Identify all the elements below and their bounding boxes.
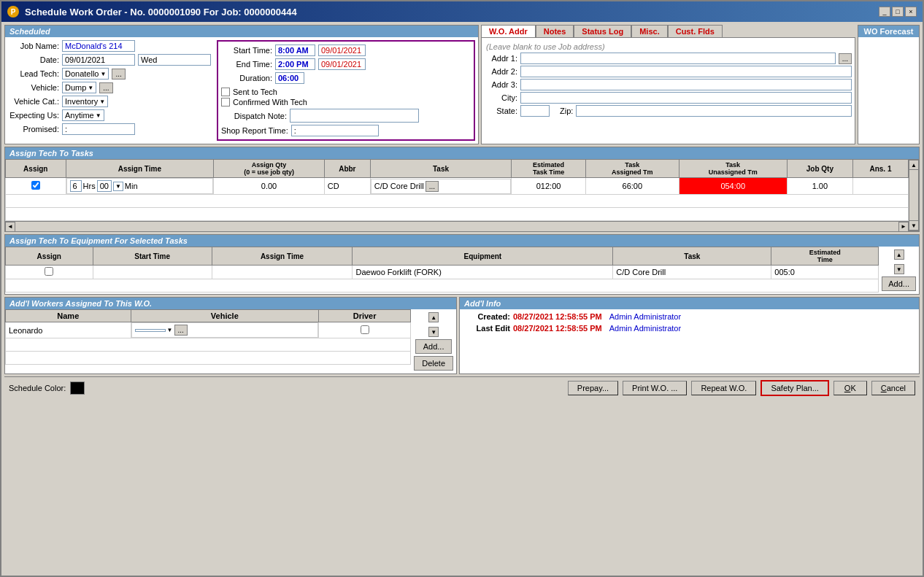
worker-driver-cell[interactable] <box>319 322 411 338</box>
scheduled-inner: Job Name: McDonald's 214 Date: 09/01/202… <box>5 37 478 144</box>
shop-report-row: Shop Report Time: : <box>221 125 471 136</box>
tasks-vscroll-up[interactable]: ▲ <box>909 160 919 170</box>
maximize-button[interactable]: □ <box>892 7 904 17</box>
equip-vscroll-up-arrow[interactable]: ▲ <box>894 249 904 260</box>
equip-assign-checkbox[interactable] <box>45 267 53 276</box>
task-assign-checkbox[interactable] <box>31 181 40 190</box>
tab-misc[interactable]: Misc. <box>631 25 668 37</box>
tasks-hscroll-left[interactable]: ◄ <box>5 222 15 232</box>
city-input[interactable] <box>520 92 852 104</box>
task-name: C/D Core Drill <box>374 182 424 190</box>
addr1-input[interactable] <box>520 53 836 64</box>
tasks-hscroll-right[interactable]: ► <box>898 222 909 232</box>
shop-report-label: Shop Report Time: <box>221 126 288 135</box>
addr1-ellipsis[interactable]: ... <box>839 53 852 64</box>
addr-placeholder: (Leave blank to use Job address) <box>485 41 852 53</box>
task-job-qty-cell: 1.00 <box>787 178 852 195</box>
workers-delete-button[interactable]: Delete <box>414 356 453 371</box>
task-ellipsis[interactable]: ... <box>426 181 439 192</box>
prepay-button[interactable]: Prepay... <box>568 381 618 395</box>
state-label: State: <box>485 107 517 115</box>
wo-forecast-header: WO Forecast <box>858 26 919 37</box>
expecting-label: Expecting Us: <box>8 111 59 120</box>
workers-add-button[interactable]: Add... <box>415 339 453 354</box>
last-edit-label: Last Edit <box>463 324 510 333</box>
equip-vscroll-up[interactable]: ▲ <box>894 249 904 260</box>
minimize-button[interactable]: _ <box>879 7 890 17</box>
promised-value[interactable]: : <box>62 123 135 135</box>
addr2-label: Addr 2: <box>485 67 517 76</box>
worker-vehicle-ellipsis[interactable]: ... <box>174 325 188 336</box>
start-time-value[interactable]: 8:00 AM <box>275 44 315 56</box>
shop-report-value[interactable]: : <box>291 125 379 136</box>
workers-vscroll-down[interactable]: ▼ <box>428 327 439 337</box>
duration-value[interactable]: 06:00 <box>275 72 304 84</box>
vehicle-cat-select[interactable]: Inventory ▼ <box>62 96 108 107</box>
tab-cust-flds[interactable]: Cust. Flds <box>668 25 723 37</box>
confirmed-with-tech-label: Confirmed With Tech <box>233 98 307 107</box>
vehicle-arrow: ▼ <box>88 85 93 91</box>
worker-driver-checkbox[interactable] <box>361 325 369 334</box>
table-row: Leonardo ▼ ... <box>6 322 411 338</box>
day-value: Wed <box>138 54 211 66</box>
tab-status-log[interactable]: Status Log <box>574 25 631 37</box>
ok-button[interactable]: OK <box>833 381 867 395</box>
task-hrs[interactable]: 6 <box>70 180 82 192</box>
addr2-input[interactable] <box>520 66 852 77</box>
confirmed-with-tech-checkbox[interactable] <box>221 98 230 107</box>
worker-vehicle-value[interactable] <box>135 329 166 332</box>
wo-forecast: WO Forecast <box>858 25 920 144</box>
tasks-vscroll-down[interactable]: ▼ <box>909 220 919 231</box>
tab-wo-addr[interactable]: W.O. Addr <box>481 25 536 37</box>
workers-header-row: Name Vehicle Driver <box>6 310 411 322</box>
print-wo-button[interactable]: Print W.O. ... <box>623 381 687 395</box>
cancel-button[interactable]: Cancel <box>871 381 915 395</box>
end-time-value[interactable]: 2:00 PM <box>275 58 315 70</box>
close-button[interactable]: × <box>905 7 917 17</box>
right-section: W.O. Addr Notes Status Log Misc. Cust. F… <box>481 25 855 144</box>
task-min[interactable]: 00 <box>97 180 112 192</box>
start-date: 09/01/2021 <box>318 44 366 56</box>
workers-vscroll-up[interactable]: ▲ <box>428 312 439 322</box>
repeat-wo-button[interactable]: Repeat W.O. <box>691 381 756 395</box>
safety-plan-button[interactable]: Safety Plan... <box>761 380 828 396</box>
ok-underline: OK <box>844 384 856 392</box>
vehicle-select[interactable]: Dump ▼ <box>62 82 96 93</box>
worker-vehicle-arrow[interactable]: ▼ <box>167 327 173 333</box>
task-min-dropdown[interactable]: ▼ <box>113 182 123 191</box>
equip-row-empty <box>6 279 879 293</box>
table-row-empty1 <box>6 195 909 208</box>
th-worker-driver: Driver <box>319 310 411 322</box>
zip-input[interactable] <box>576 105 852 117</box>
state-input[interactable] <box>520 105 550 117</box>
lead-tech-select[interactable]: Donatello ▼ <box>62 68 109 80</box>
task-assign-qty-cell[interactable]: 0.00 <box>214 178 325 195</box>
th-assign-time: Assign Time <box>66 160 214 178</box>
th-assign: Assign <box>6 160 66 178</box>
city-label: City: <box>485 93 517 102</box>
created-label: Created: <box>463 312 510 321</box>
job-name-value[interactable]: McDonald's 214 <box>62 40 135 52</box>
schedule-color-swatch[interactable] <box>70 382 85 395</box>
workers-content-row: Name Vehicle Driver Leonardo <box>5 309 456 373</box>
task-ans1-cell <box>852 178 908 195</box>
task-assign-cell[interactable] <box>6 178 66 195</box>
tasks-header-row: Assign Assign Time Assign Qty (0 = use j… <box>6 160 909 178</box>
equip-add-button[interactable]: Add... <box>882 276 916 291</box>
dispatch-note-input[interactable] <box>290 109 419 123</box>
task-unassigned-time-cell: 054:00 <box>679 178 787 195</box>
th-task: Task <box>370 160 511 178</box>
expecting-select[interactable]: Anytime ▼ <box>62 109 104 121</box>
sent-to-tech-checkbox[interactable] <box>221 88 230 96</box>
vehicle-ellipsis[interactable]: ... <box>99 82 112 93</box>
equip-assign-cell[interactable] <box>6 266 93 279</box>
equip-vscroll-down[interactable]: ▼ <box>894 264 904 274</box>
end-date: 09/01/2021 <box>318 58 366 70</box>
date-value[interactable]: 09/01/2021 <box>62 54 135 66</box>
workers-table-wrap: Name Vehicle Driver Leonardo <box>5 309 411 373</box>
addr3-input[interactable] <box>520 79 852 90</box>
tab-notes[interactable]: Notes <box>536 25 574 37</box>
tasks-vscroll[interactable]: ▲ ▼ <box>909 159 919 231</box>
tasks-hscroll[interactable]: ◄ ► <box>5 221 909 231</box>
lead-tech-ellipsis[interactable]: ... <box>112 69 125 80</box>
